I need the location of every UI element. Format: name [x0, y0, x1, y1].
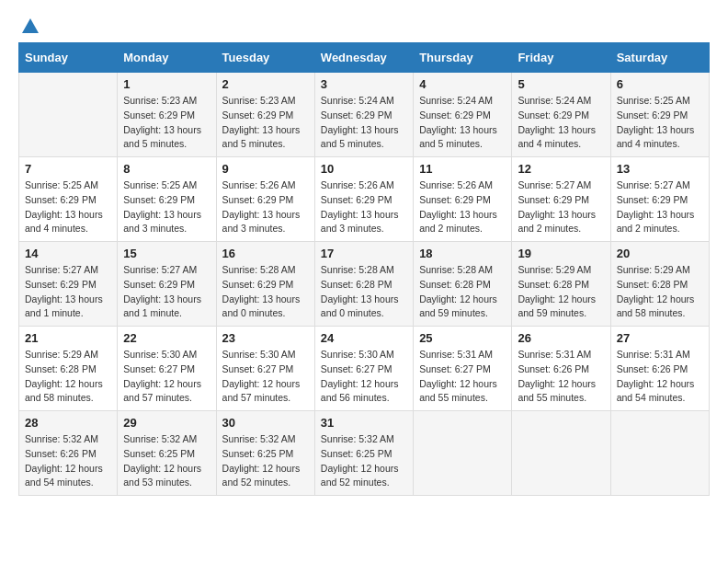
day-info: Sunrise: 5:27 AM Sunset: 6:29 PM Dayligh…: [25, 263, 111, 321]
calendar-cell: [512, 411, 610, 496]
weekday-header-row: SundayMondayTuesdayWednesdayThursdayFrid…: [19, 43, 710, 73]
day-number: 1: [123, 77, 210, 91]
calendar-cell: 24Sunrise: 5:30 AM Sunset: 6:27 PM Dayli…: [314, 327, 413, 411]
calendar-cell: 19Sunrise: 5:29 AM Sunset: 6:28 PM Dayli…: [512, 242, 610, 327]
day-info: Sunrise: 5:30 AM Sunset: 6:27 PM Dayligh…: [321, 348, 407, 406]
day-number: 10: [321, 162, 407, 176]
calendar-week-2: 7Sunrise: 5:25 AM Sunset: 6:29 PM Daylig…: [19, 157, 710, 242]
weekday-header-friday: Friday: [512, 43, 610, 73]
day-number: 26: [518, 331, 604, 345]
day-number: 20: [617, 247, 703, 260]
day-info: Sunrise: 5:27 AM Sunset: 6:29 PM Dayligh…: [123, 263, 210, 321]
calendar-cell: 22Sunrise: 5:30 AM Sunset: 6:27 PM Dayli…: [118, 327, 216, 411]
day-info: Sunrise: 5:30 AM Sunset: 6:27 PM Dayligh…: [222, 348, 309, 406]
calendar-cell: 9Sunrise: 5:26 AM Sunset: 6:29 PM Daylig…: [216, 157, 314, 242]
calendar-cell: 1Sunrise: 5:23 AM Sunset: 6:29 PM Daylig…: [118, 73, 216, 157]
day-number: 23: [222, 331, 309, 345]
day-info: Sunrise: 5:26 AM Sunset: 6:29 PM Dayligh…: [419, 178, 506, 236]
day-number: 7: [25, 162, 111, 176]
calendar-cell: 2Sunrise: 5:23 AM Sunset: 6:29 PM Daylig…: [216, 73, 314, 157]
day-info: Sunrise: 5:32 AM Sunset: 6:25 PM Dayligh…: [123, 432, 210, 490]
day-info: Sunrise: 5:26 AM Sunset: 6:29 PM Dayligh…: [222, 178, 309, 236]
day-number: 29: [123, 416, 210, 430]
day-number: 16: [222, 247, 309, 260]
calendar-cell: 3Sunrise: 5:24 AM Sunset: 6:29 PM Daylig…: [314, 73, 413, 157]
calendar-cell: 12Sunrise: 5:27 AM Sunset: 6:29 PM Dayli…: [512, 157, 610, 242]
calendar-cell: 7Sunrise: 5:25 AM Sunset: 6:29 PM Daylig…: [19, 157, 118, 242]
day-number: 31: [321, 416, 407, 430]
calendar-cell: 5Sunrise: 5:24 AM Sunset: 6:29 PM Daylig…: [512, 73, 610, 157]
calendar-cell: 26Sunrise: 5:31 AM Sunset: 6:26 PM Dayli…: [512, 327, 610, 411]
weekday-header-wednesday: Wednesday: [314, 43, 413, 73]
calendar-week-5: 28Sunrise: 5:32 AM Sunset: 6:26 PM Dayli…: [19, 411, 710, 496]
calendar-cell: 18Sunrise: 5:28 AM Sunset: 6:28 PM Dayli…: [414, 242, 512, 327]
day-info: Sunrise: 5:24 AM Sunset: 6:29 PM Dayligh…: [419, 94, 506, 152]
day-info: Sunrise: 5:23 AM Sunset: 6:29 PM Dayligh…: [222, 94, 309, 152]
day-number: 12: [518, 162, 604, 176]
day-number: 11: [419, 162, 506, 176]
day-number: 19: [518, 247, 604, 260]
day-number: 28: [25, 416, 111, 430]
day-info: Sunrise: 5:27 AM Sunset: 6:29 PM Dayligh…: [518, 178, 604, 236]
calendar-cell: 6Sunrise: 5:25 AM Sunset: 6:29 PM Daylig…: [610, 73, 709, 157]
day-number: 3: [321, 77, 407, 91]
calendar-cell: 14Sunrise: 5:27 AM Sunset: 6:29 PM Dayli…: [19, 242, 118, 327]
day-number: 13: [617, 162, 703, 176]
day-number: 6: [617, 77, 703, 91]
calendar-cell: 11Sunrise: 5:26 AM Sunset: 6:29 PM Dayli…: [414, 157, 512, 242]
calendar-cell: 4Sunrise: 5:24 AM Sunset: 6:29 PM Daylig…: [414, 73, 512, 157]
calendar-cell: 13Sunrise: 5:27 AM Sunset: 6:29 PM Dayli…: [610, 157, 709, 242]
day-number: 8: [123, 162, 210, 176]
calendar-table: SundayMondayTuesdayWednesdayThursdayFrid…: [18, 42, 710, 496]
day-info: Sunrise: 5:32 AM Sunset: 6:26 PM Dayligh…: [25, 432, 111, 490]
weekday-header-monday: Monday: [118, 43, 216, 73]
day-number: 21: [25, 331, 111, 345]
calendar-cell: 15Sunrise: 5:27 AM Sunset: 6:29 PM Dayli…: [118, 242, 216, 327]
day-number: 5: [518, 77, 604, 91]
calendar-cell: 28Sunrise: 5:32 AM Sunset: 6:26 PM Dayli…: [19, 411, 118, 496]
day-number: 9: [222, 162, 309, 176]
day-info: Sunrise: 5:29 AM Sunset: 6:28 PM Dayligh…: [617, 263, 703, 321]
day-info: Sunrise: 5:28 AM Sunset: 6:28 PM Dayligh…: [321, 263, 407, 321]
day-info: Sunrise: 5:24 AM Sunset: 6:29 PM Dayligh…: [518, 94, 604, 152]
calendar-cell: [610, 411, 709, 496]
calendar-cell: 21Sunrise: 5:29 AM Sunset: 6:28 PM Dayli…: [19, 327, 118, 411]
day-info: Sunrise: 5:32 AM Sunset: 6:25 PM Dayligh…: [321, 432, 407, 490]
calendar-cell: 20Sunrise: 5:29 AM Sunset: 6:28 PM Dayli…: [610, 242, 709, 327]
calendar-cell: 31Sunrise: 5:32 AM Sunset: 6:25 PM Dayli…: [314, 411, 413, 496]
day-info: Sunrise: 5:31 AM Sunset: 6:27 PM Dayligh…: [419, 348, 506, 406]
day-number: 4: [419, 77, 506, 91]
day-number: 25: [419, 331, 506, 345]
day-info: Sunrise: 5:29 AM Sunset: 6:28 PM Dayligh…: [25, 348, 111, 406]
day-info: Sunrise: 5:25 AM Sunset: 6:29 PM Dayligh…: [25, 178, 111, 236]
day-info: Sunrise: 5:30 AM Sunset: 6:27 PM Dayligh…: [123, 348, 210, 406]
calendar-cell: 27Sunrise: 5:31 AM Sunset: 6:26 PM Dayli…: [610, 327, 709, 411]
calendar-cell: 16Sunrise: 5:28 AM Sunset: 6:29 PM Dayli…: [216, 242, 314, 327]
day-number: 2: [222, 77, 309, 91]
day-info: Sunrise: 5:25 AM Sunset: 6:29 PM Dayligh…: [123, 178, 210, 236]
day-number: 14: [25, 247, 111, 260]
calendar-week-4: 21Sunrise: 5:29 AM Sunset: 6:28 PM Dayli…: [19, 327, 710, 411]
calendar-week-3: 14Sunrise: 5:27 AM Sunset: 6:29 PM Dayli…: [19, 242, 710, 327]
weekday-header-thursday: Thursday: [414, 43, 512, 73]
day-info: Sunrise: 5:28 AM Sunset: 6:29 PM Dayligh…: [222, 263, 309, 321]
day-info: Sunrise: 5:24 AM Sunset: 6:29 PM Dayligh…: [321, 94, 407, 152]
day-info: Sunrise: 5:29 AM Sunset: 6:28 PM Dayligh…: [518, 263, 604, 321]
day-number: 30: [222, 416, 309, 430]
day-info: Sunrise: 5:31 AM Sunset: 6:26 PM Dayligh…: [617, 348, 703, 406]
calendar-week-1: 1Sunrise: 5:23 AM Sunset: 6:29 PM Daylig…: [19, 73, 710, 157]
calendar-cell: [19, 73, 118, 157]
day-info: Sunrise: 5:26 AM Sunset: 6:29 PM Dayligh…: [321, 178, 407, 236]
day-info: Sunrise: 5:25 AM Sunset: 6:29 PM Dayligh…: [617, 94, 703, 152]
calendar-cell: 30Sunrise: 5:32 AM Sunset: 6:25 PM Dayli…: [216, 411, 314, 496]
day-info: Sunrise: 5:28 AM Sunset: 6:28 PM Dayligh…: [419, 263, 506, 321]
weekday-header-tuesday: Tuesday: [216, 43, 314, 73]
logo-icon: [20, 17, 40, 37]
day-number: 18: [419, 247, 506, 260]
calendar-cell: 23Sunrise: 5:30 AM Sunset: 6:27 PM Dayli…: [216, 327, 314, 411]
calendar-cell: [414, 411, 512, 496]
svg-marker-0: [22, 18, 39, 33]
day-number: 17: [321, 247, 407, 260]
day-info: Sunrise: 5:23 AM Sunset: 6:29 PM Dayligh…: [123, 94, 210, 152]
day-number: 24: [321, 331, 407, 345]
